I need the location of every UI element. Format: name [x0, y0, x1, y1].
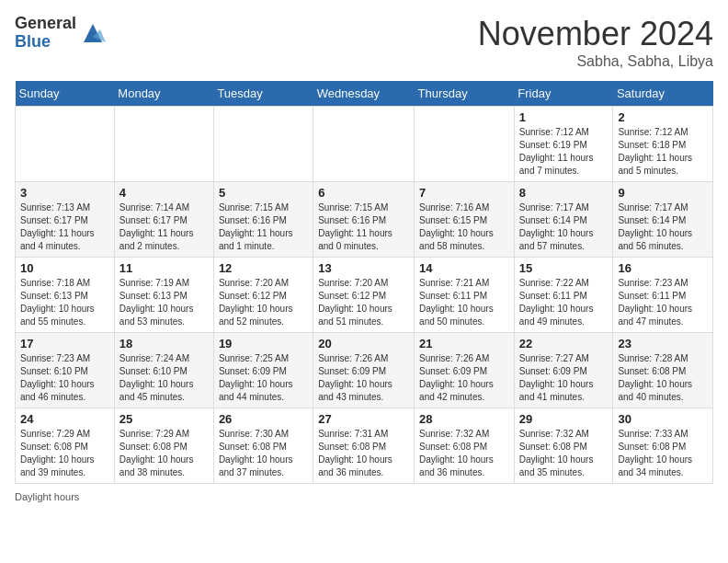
day-info: Sunrise: 7:14 AM Sunset: 6:17 PM Dayligh…	[119, 201, 209, 253]
day-info: Sunrise: 7:29 AM Sunset: 6:08 PM Dayligh…	[119, 428, 209, 479]
day-info: Sunrise: 7:21 AM Sunset: 6:11 PM Dayligh…	[419, 277, 509, 328]
day-number: 25	[119, 412, 209, 426]
day-number: 30	[618, 412, 708, 426]
day-info: Sunrise: 7:33 AM Sunset: 6:08 PM Dayligh…	[618, 428, 708, 479]
page-header: General Blue November 2024 Sabha, Sabha,…	[15, 15, 713, 70]
calendar-day-cell: 1Sunrise: 7:12 AM Sunset: 6:19 PM Daylig…	[514, 107, 613, 182]
calendar-day-cell: 24Sunrise: 7:29 AM Sunset: 6:08 PM Dayli…	[16, 408, 115, 484]
calendar-day-cell: 21Sunrise: 7:26 AM Sunset: 6:09 PM Dayli…	[415, 333, 515, 408]
calendar-day-cell: 28Sunrise: 7:32 AM Sunset: 6:08 PM Dayli…	[415, 408, 515, 484]
day-info: Sunrise: 7:17 AM Sunset: 6:14 PM Dayligh…	[618, 201, 708, 253]
day-info: Sunrise: 7:26 AM Sunset: 6:09 PM Dayligh…	[419, 352, 509, 404]
calendar-day-cell	[415, 107, 515, 182]
day-info: Sunrise: 7:19 AM Sunset: 6:13 PM Dayligh…	[119, 277, 209, 328]
day-number: 6	[318, 186, 409, 200]
logo-icon	[80, 20, 106, 46]
calendar-week-row: 3Sunrise: 7:13 AM Sunset: 6:17 PM Daylig…	[16, 182, 713, 258]
calendar-day-cell: 30Sunrise: 7:33 AM Sunset: 6:08 PM Dayli…	[613, 408, 713, 484]
calendar-header-cell: Monday	[114, 81, 213, 107]
calendar-day-cell: 6Sunrise: 7:15 AM Sunset: 6:16 PM Daylig…	[313, 182, 415, 258]
day-info: Sunrise: 7:13 AM Sunset: 6:17 PM Dayligh…	[20, 201, 109, 253]
day-number: 4	[119, 186, 209, 200]
day-number: 18	[119, 337, 209, 350]
day-info: Sunrise: 7:18 AM Sunset: 6:13 PM Dayligh…	[20, 277, 109, 328]
day-number: 28	[419, 412, 509, 426]
calendar-week-row: 10Sunrise: 7:18 AM Sunset: 6:13 PM Dayli…	[16, 258, 713, 333]
calendar-day-cell	[213, 107, 313, 182]
day-number: 22	[519, 337, 609, 350]
title-section: November 2024 Sabha, Sabha, Libya	[478, 15, 713, 70]
calendar-table: SundayMondayTuesdayWednesdayThursdayFrid…	[15, 81, 713, 484]
calendar-day-cell: 20Sunrise: 7:26 AM Sunset: 6:09 PM Dayli…	[313, 333, 415, 408]
logo-general-text: General	[15, 15, 76, 33]
calendar-day-cell: 15Sunrise: 7:22 AM Sunset: 6:11 PM Dayli…	[514, 258, 613, 333]
calendar-header-cell: Saturday	[613, 81, 713, 107]
calendar-week-row: 17Sunrise: 7:23 AM Sunset: 6:10 PM Dayli…	[16, 333, 713, 408]
day-info: Sunrise: 7:12 AM Sunset: 6:19 PM Dayligh…	[519, 126, 609, 178]
day-info: Sunrise: 7:31 AM Sunset: 6:08 PM Dayligh…	[318, 428, 409, 479]
calendar-day-cell: 19Sunrise: 7:25 AM Sunset: 6:09 PM Dayli…	[213, 333, 313, 408]
day-number: 12	[219, 261, 308, 275]
day-info: Sunrise: 7:32 AM Sunset: 6:08 PM Dayligh…	[519, 428, 609, 479]
day-info: Sunrise: 7:27 AM Sunset: 6:09 PM Dayligh…	[519, 352, 609, 404]
calendar-header-cell: Wednesday	[313, 81, 415, 107]
day-info: Sunrise: 7:20 AM Sunset: 6:12 PM Dayligh…	[219, 277, 308, 328]
day-info: Sunrise: 7:15 AM Sunset: 6:16 PM Dayligh…	[219, 201, 308, 253]
calendar-header-cell: Friday	[514, 81, 613, 107]
day-number: 5	[219, 186, 308, 200]
day-number: 2	[618, 110, 708, 124]
calendar-day-cell: 29Sunrise: 7:32 AM Sunset: 6:08 PM Dayli…	[514, 408, 613, 484]
footer-note: Daylight hours	[15, 491, 713, 502]
day-info: Sunrise: 7:25 AM Sunset: 6:09 PM Dayligh…	[219, 352, 308, 404]
day-info: Sunrise: 7:29 AM Sunset: 6:08 PM Dayligh…	[20, 428, 109, 479]
calendar-day-cell: 17Sunrise: 7:23 AM Sunset: 6:10 PM Dayli…	[16, 333, 115, 408]
calendar-week-row: 1Sunrise: 7:12 AM Sunset: 6:19 PM Daylig…	[16, 107, 713, 182]
calendar-day-cell: 25Sunrise: 7:29 AM Sunset: 6:08 PM Dayli…	[114, 408, 213, 484]
calendar-day-cell: 13Sunrise: 7:20 AM Sunset: 6:12 PM Dayli…	[313, 258, 415, 333]
logo-blue-text: Blue	[15, 33, 76, 52]
calendar-header-cell: Thursday	[415, 81, 515, 107]
calendar-week-row: 24Sunrise: 7:29 AM Sunset: 6:08 PM Dayli…	[16, 408, 713, 484]
day-info: Sunrise: 7:15 AM Sunset: 6:16 PM Dayligh…	[318, 201, 409, 253]
day-number: 10	[20, 261, 109, 275]
day-info: Sunrise: 7:24 AM Sunset: 6:10 PM Dayligh…	[119, 352, 209, 404]
calendar-day-cell: 10Sunrise: 7:18 AM Sunset: 6:13 PM Dayli…	[16, 258, 115, 333]
day-number: 24	[20, 412, 109, 426]
day-number: 21	[419, 337, 509, 350]
calendar-day-cell: 3Sunrise: 7:13 AM Sunset: 6:17 PM Daylig…	[16, 182, 115, 258]
calendar-day-cell	[114, 107, 213, 182]
calendar-day-cell: 23Sunrise: 7:28 AM Sunset: 6:08 PM Dayli…	[613, 333, 713, 408]
calendar-day-cell: 26Sunrise: 7:30 AM Sunset: 6:08 PM Dayli…	[213, 408, 313, 484]
day-number: 9	[618, 186, 708, 200]
month-title: November 2024	[478, 15, 713, 53]
calendar-day-cell: 18Sunrise: 7:24 AM Sunset: 6:10 PM Dayli…	[114, 333, 213, 408]
day-info: Sunrise: 7:28 AM Sunset: 6:08 PM Dayligh…	[618, 352, 708, 404]
calendar-day-cell: 22Sunrise: 7:27 AM Sunset: 6:09 PM Dayli…	[514, 333, 613, 408]
day-info: Sunrise: 7:22 AM Sunset: 6:11 PM Dayligh…	[519, 277, 609, 328]
calendar-day-cell: 16Sunrise: 7:23 AM Sunset: 6:11 PM Dayli…	[613, 258, 713, 333]
calendar-day-cell: 5Sunrise: 7:15 AM Sunset: 6:16 PM Daylig…	[213, 182, 313, 258]
calendar-day-cell: 7Sunrise: 7:16 AM Sunset: 6:15 PM Daylig…	[415, 182, 515, 258]
day-number: 16	[618, 261, 708, 275]
day-number: 19	[219, 337, 308, 350]
day-number: 3	[20, 186, 109, 200]
day-info: Sunrise: 7:23 AM Sunset: 6:10 PM Dayligh…	[20, 352, 109, 404]
calendar-day-cell: 4Sunrise: 7:14 AM Sunset: 6:17 PM Daylig…	[114, 182, 213, 258]
day-number: 15	[519, 261, 609, 275]
calendar-body: 1Sunrise: 7:12 AM Sunset: 6:19 PM Daylig…	[16, 107, 713, 484]
location: Sabha, Sabha, Libya	[478, 53, 713, 70]
calendar-day-cell	[313, 107, 415, 182]
day-number: 14	[419, 261, 509, 275]
day-number: 8	[519, 186, 609, 200]
calendar-day-cell: 11Sunrise: 7:19 AM Sunset: 6:13 PM Dayli…	[114, 258, 213, 333]
day-info: Sunrise: 7:16 AM Sunset: 6:15 PM Dayligh…	[419, 201, 509, 253]
day-info: Sunrise: 7:20 AM Sunset: 6:12 PM Dayligh…	[318, 277, 409, 328]
calendar-day-cell: 14Sunrise: 7:21 AM Sunset: 6:11 PM Dayli…	[415, 258, 515, 333]
day-info: Sunrise: 7:12 AM Sunset: 6:18 PM Dayligh…	[618, 126, 708, 178]
calendar-day-cell: 9Sunrise: 7:17 AM Sunset: 6:14 PM Daylig…	[613, 182, 713, 258]
day-number: 29	[519, 412, 609, 426]
calendar-header-cell: Sunday	[16, 81, 115, 107]
day-info: Sunrise: 7:17 AM Sunset: 6:14 PM Dayligh…	[519, 201, 609, 253]
day-number: 1	[519, 110, 609, 124]
day-number: 7	[419, 186, 509, 200]
